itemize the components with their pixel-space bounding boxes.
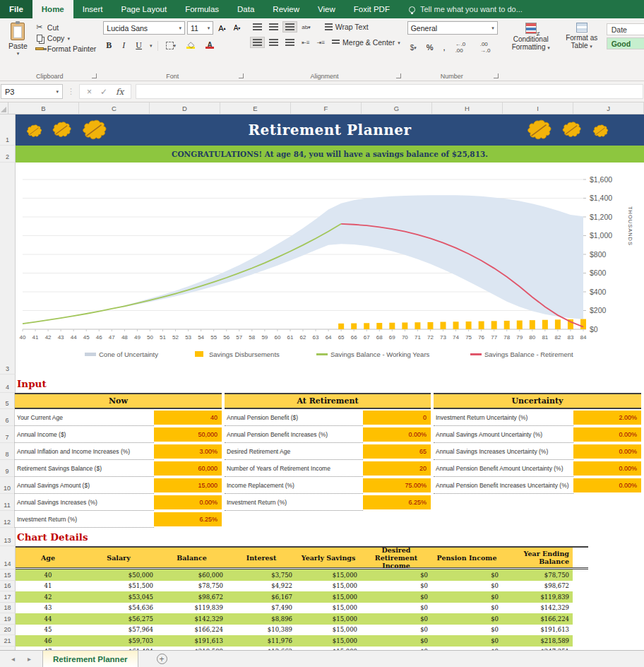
details-cell[interactable]: $247,251 bbox=[502, 647, 573, 651]
input-value-cell[interactable]: 6.25% bbox=[363, 495, 431, 509]
details-cell[interactable]: $0 bbox=[361, 603, 431, 614]
details-cell[interactable]: $0 bbox=[431, 591, 502, 603]
increase-indent-button[interactable]: ⇥≡ bbox=[314, 37, 328, 48]
row-number[interactable]: 10 bbox=[0, 477, 15, 494]
input-value-cell[interactable]: 75.00% bbox=[363, 478, 431, 492]
details-cell[interactable]: $53,045 bbox=[80, 591, 157, 603]
align-left-button[interactable] bbox=[250, 37, 265, 48]
details-cell[interactable]: $15,000 bbox=[296, 625, 361, 636]
details-cell[interactable]: $218,589 bbox=[502, 635, 573, 647]
copy-button[interactable]: Copy ▾ bbox=[35, 34, 96, 42]
details-cell[interactable]: $61,494 bbox=[80, 647, 157, 651]
details-cell[interactable]: $191,613 bbox=[157, 635, 227, 647]
details-cell[interactable]: $218,589 bbox=[157, 647, 227, 651]
row-number[interactable]: 18 bbox=[0, 603, 16, 614]
details-cell[interactable]: $119,839 bbox=[157, 603, 227, 614]
bold-button[interactable]: B bbox=[103, 38, 114, 53]
details-cell[interactable]: $0 bbox=[431, 647, 502, 651]
input-value-cell[interactable]: 40 bbox=[154, 411, 222, 425]
column-header-b[interactable]: B bbox=[8, 102, 79, 114]
enter-button[interactable]: ✓ bbox=[100, 87, 107, 97]
column-header-f[interactable]: F bbox=[291, 102, 362, 114]
dialog-launcher-icon[interactable] bbox=[494, 73, 499, 78]
name-box[interactable]: P3▾ bbox=[1, 84, 63, 99]
align-center-button[interactable] bbox=[266, 37, 281, 48]
align-top-button[interactable] bbox=[250, 21, 265, 33]
insert-function-button[interactable]: fx bbox=[116, 87, 124, 97]
details-cell[interactable]: $15,000 bbox=[296, 603, 361, 614]
ribbon-tab-formulas[interactable]: Formulas bbox=[176, 0, 228, 18]
input-value-cell[interactable]: 0.00% bbox=[154, 495, 222, 509]
row-number[interactable]: 3 bbox=[0, 163, 16, 374]
input-value-cell[interactable]: 50,000 bbox=[154, 427, 222, 442]
input-value-cell[interactable]: 15,000 bbox=[154, 478, 222, 492]
details-cell[interactable]: $166,224 bbox=[502, 613, 573, 625]
row-number[interactable]: 15 bbox=[0, 569, 16, 581]
row-number[interactable]: 17 bbox=[0, 591, 16, 603]
ribbon-tab-data[interactable]: Data bbox=[228, 0, 263, 18]
column-header-h[interactable]: H bbox=[432, 102, 503, 114]
details-cell[interactable]: $15,000 bbox=[296, 635, 361, 647]
row-number[interactable]: 12 bbox=[0, 511, 15, 528]
details-cell[interactable]: $50,000 bbox=[80, 569, 157, 581]
align-middle-button[interactable] bbox=[266, 21, 281, 33]
row-number[interactable]: 16 bbox=[0, 581, 16, 592]
column-header-e[interactable]: E bbox=[220, 102, 291, 114]
details-cell[interactable]: 40 bbox=[16, 569, 80, 581]
input-value-cell[interactable]: 20 bbox=[363, 461, 431, 476]
details-cell[interactable]: $8,896 bbox=[227, 613, 296, 625]
details-cell[interactable]: $0 bbox=[361, 635, 431, 647]
savings-chart[interactable]: $0$200$400$600$800$1,000$1,200$1,400$1,6… bbox=[17, 164, 643, 373]
details-cell[interactable]: 47 bbox=[16, 647, 80, 651]
details-cell[interactable]: $78,750 bbox=[157, 581, 227, 592]
chart-details-heading[interactable]: Chart Details bbox=[16, 528, 644, 546]
details-cell[interactable]: $78,750 bbox=[502, 569, 573, 581]
details-cell[interactable]: $0 bbox=[431, 635, 502, 647]
details-cell[interactable]: $3,750 bbox=[227, 569, 296, 581]
format-painter-button[interactable]: Format Painter bbox=[35, 45, 96, 53]
row-number[interactable]: 1 bbox=[0, 114, 16, 146]
row-number[interactable]: 6 bbox=[0, 409, 15, 426]
input-value-cell[interactable]: 0.00% bbox=[573, 427, 641, 442]
details-cell[interactable]: $0 bbox=[361, 569, 431, 581]
details-cell[interactable]: $0 bbox=[431, 613, 502, 625]
align-bottom-button[interactable] bbox=[282, 21, 297, 33]
input-value-cell[interactable]: 0.00% bbox=[573, 444, 641, 459]
wrap-text-button[interactable]: Wrap Text bbox=[325, 23, 369, 31]
sheet-tab-retirement-planner[interactable]: Retirement Planner bbox=[42, 651, 138, 667]
details-cell[interactable]: $51,500 bbox=[80, 581, 157, 592]
column-header-g[interactable]: G bbox=[362, 102, 432, 114]
details-cell[interactable]: $0 bbox=[431, 603, 502, 614]
details-cell[interactable]: $142,329 bbox=[502, 603, 573, 614]
font-size-combo[interactable]: 11▾ bbox=[187, 21, 213, 35]
column-header-j[interactable]: J bbox=[573, 102, 644, 114]
borders-button[interactable]: ▾ bbox=[163, 40, 179, 52]
select-all-corner[interactable] bbox=[0, 102, 8, 114]
row-number[interactable]: 20 bbox=[0, 625, 16, 636]
details-cell[interactable]: 45 bbox=[16, 625, 80, 636]
details-cell[interactable]: 42 bbox=[16, 591, 80, 603]
details-cell[interactable]: $0 bbox=[361, 581, 431, 592]
column-header-c[interactable]: C bbox=[79, 102, 150, 114]
increase-decimal-button[interactable]: ←.0 .00 bbox=[453, 39, 473, 56]
details-cell[interactable]: $0 bbox=[431, 581, 502, 592]
input-value-cell[interactable]: 60,000 bbox=[154, 461, 222, 476]
new-sheet-button[interactable]: + bbox=[157, 654, 167, 664]
accounting-format-button[interactable]: $▾ bbox=[407, 42, 419, 54]
details-cell[interactable]: $4,922 bbox=[227, 581, 296, 592]
cut-button[interactable]: ✂Cut bbox=[35, 23, 96, 32]
details-cell[interactable]: $0 bbox=[361, 647, 431, 651]
details-cell[interactable]: $6,167 bbox=[227, 591, 296, 603]
merge-center-button[interactable]: Merge & Center▾ bbox=[332, 38, 400, 47]
ribbon-tab-home[interactable]: Home bbox=[32, 0, 73, 18]
input-value-cell[interactable]: 0.00% bbox=[573, 461, 641, 476]
orientation-button[interactable]: ab̷▾ bbox=[299, 22, 313, 33]
ribbon-tab-foxit-pdf[interactable]: Foxit PDF bbox=[345, 0, 399, 18]
row-number[interactable] bbox=[0, 647, 16, 651]
decrease-decimal-button[interactable]: .00 →.0 bbox=[477, 39, 498, 56]
details-cell[interactable]: $15,000 bbox=[296, 591, 361, 603]
input-value-cell[interactable]: 0.00% bbox=[363, 427, 431, 442]
paste-button[interactable]: Paste ▾ bbox=[4, 21, 32, 69]
next-sheet-arrow[interactable]: ▸ bbox=[28, 655, 31, 663]
details-cell[interactable]: $0 bbox=[361, 625, 431, 636]
